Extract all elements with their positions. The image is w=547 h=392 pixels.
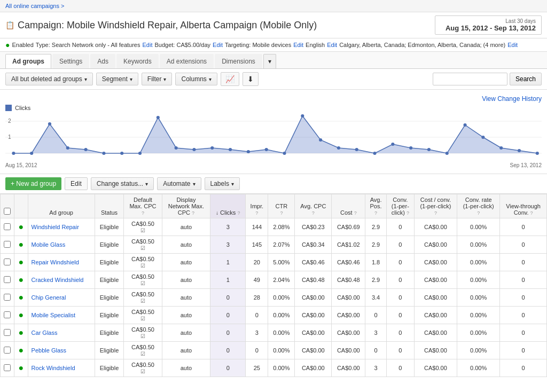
svg-point-24 <box>355 148 358 151</box>
search-input[interactable] <box>433 73 507 85</box>
row-clicks: 3 <box>210 218 246 236</box>
row-checkbox-cell[interactable] <box>1 218 14 236</box>
avg-pos-header[interactable]: Avg.Pos.? <box>365 194 387 218</box>
edit-button[interactable]: Edit <box>65 177 88 190</box>
ad-group-link[interactable]: Cracked Windshield <box>32 277 84 283</box>
row-checkbox-cell[interactable] <box>1 359 14 377</box>
chart-container: 2 1 <box>5 113 542 161</box>
chart-view-icon[interactable]: 📈 <box>221 72 239 86</box>
row-conv: 0 <box>386 307 414 324</box>
clicks-header[interactable]: ↓ Clicks ? <box>210 194 246 218</box>
view-through-header[interactable]: View-throughConv. ? <box>500 194 547 218</box>
row-checkbox-1[interactable] <box>4 241 11 248</box>
automate-button[interactable]: Automate <box>157 177 201 190</box>
ctr-header[interactable]: CTR? <box>268 194 295 218</box>
row-impr: 49 <box>246 271 268 289</box>
download-icon[interactable]: ⬇ <box>243 72 259 86</box>
svg-point-30 <box>463 123 466 127</box>
select-all-header[interactable] <box>1 194 14 218</box>
row-checkbox-3[interactable] <box>4 276 11 283</box>
row-checkbox-cell[interactable] <box>1 236 14 254</box>
row-avg-cpc: CA$0.34 <box>295 236 332 254</box>
view-history-link[interactable]: View Change History <box>482 95 542 103</box>
status-col-header[interactable]: Status <box>95 194 124 218</box>
conv-rate-header[interactable]: Conv. rate(1-per-click)? <box>457 194 500 218</box>
segment-button[interactable]: Segment <box>96 73 138 85</box>
row-checkbox-cell[interactable] <box>1 342 14 359</box>
ad-group-link[interactable]: Mobile Specialist <box>32 312 76 318</box>
labels-button[interactable]: Labels <box>205 177 240 190</box>
tab-ad-extensions[interactable]: Ad extensions <box>160 54 214 68</box>
search-button[interactable]: Search <box>510 73 542 85</box>
row-checkbox-cell[interactable] <box>1 254 14 271</box>
ad-group-link[interactable]: Rock Windshield <box>32 365 75 371</box>
tab-dimensions[interactable]: Dimensions <box>215 54 262 68</box>
row-default-cpc: CA$0.50☑ <box>124 324 162 342</box>
row-view-through: 0 <box>500 289 547 307</box>
date-range-dates: Aug 15, 2012 - Sep 13, 2012 <box>446 24 536 32</box>
status-header <box>14 194 28 218</box>
ad-group-link[interactable]: Chip General <box>32 294 66 301</box>
cost-header[interactable]: Cost ? <box>332 194 365 218</box>
row-checkbox-0[interactable] <box>4 223 11 230</box>
tab-more-button[interactable]: ▾ <box>263 54 276 68</box>
ad-group-link[interactable]: Car Glass <box>32 330 58 336</box>
row-conv: 0 <box>386 289 414 307</box>
row-display-cpc: auto <box>162 218 210 236</box>
ad-group-link[interactable]: Windshield Repair <box>32 224 79 230</box>
row-cost-conv: CA$0.00 <box>414 359 457 377</box>
row-checkbox-cell[interactable] <box>1 271 14 289</box>
row-avg-pos: 2.9 <box>365 271 387 289</box>
ad-group-link[interactable]: Pebble Glass <box>32 347 66 354</box>
all-campaigns-link[interactable]: All online campaigns > <box>5 3 64 9</box>
tab-settings[interactable]: Settings <box>52 54 89 68</box>
row-checkbox-8[interactable] <box>4 364 11 371</box>
ad-group-header[interactable]: Ad group <box>28 194 95 218</box>
ad-group-name-cell: Repair Windshield <box>28 254 95 271</box>
svg-point-13 <box>157 116 160 119</box>
svg-text:2: 2 <box>8 118 11 124</box>
new-ad-group-button[interactable]: + New ad group <box>5 177 61 190</box>
tab-ads[interactable]: Ads <box>90 54 115 68</box>
row-checkbox-cell[interactable] <box>1 289 14 307</box>
columns-button[interactable]: Columns <box>175 73 217 85</box>
default-cpc-header[interactable]: DefaultMax. CPC? <box>124 194 162 218</box>
row-checkbox-cell[interactable] <box>1 307 14 324</box>
row-checkbox-7[interactable] <box>4 347 11 354</box>
row-checkbox-2[interactable] <box>4 258 11 265</box>
clicks-legend-label: Clicks <box>15 105 30 111</box>
status-green-dot: ● <box>18 222 24 231</box>
row-checkbox-cell[interactable] <box>1 324 14 342</box>
svg-point-21 <box>301 114 304 117</box>
row-conv-rate: 0.00% <box>457 271 500 289</box>
tab-keywords[interactable]: Keywords <box>116 54 159 68</box>
date-range-selector[interactable]: Last 30 days Aug 15, 2012 - Sep 13, 2012 <box>435 15 542 35</box>
type-edit-link[interactable]: Edit <box>143 42 153 48</box>
targeting-edit-link[interactable]: Edit <box>293 42 303 48</box>
display-cpc-header[interactable]: DisplayNetwork Max.CPC ? <box>162 194 210 218</box>
impr-header[interactable]: Impr.? <box>246 194 268 218</box>
locations-edit-link[interactable]: Edit <box>507 42 518 48</box>
change-status-button[interactable]: Change status... <box>91 177 154 190</box>
row-checkbox-4[interactable] <box>4 294 11 301</box>
ad-group-link[interactable]: Mobile Glass <box>32 241 66 248</box>
row-view-through: 0 <box>500 342 547 359</box>
language-edit-link[interactable]: Edit <box>327 42 337 48</box>
budget-edit-link[interactable]: Edit <box>213 42 223 48</box>
table-row: ● Mobile Specialist Eligible CA$0.50☑ au… <box>1 307 547 324</box>
select-all-checkbox[interactable] <box>4 208 11 215</box>
clicks-chart: 2 1 <box>5 113 542 161</box>
row-avg-pos: 3.4 <box>365 289 387 307</box>
ad-group-link[interactable]: Repair Windshield <box>32 259 79 265</box>
filter-dropdown-button[interactable]: All but deleted ad groups <box>5 73 93 85</box>
row-checkbox-6[interactable] <box>4 329 11 336</box>
row-status-dot: ● <box>14 289 28 307</box>
row-cost: CA$0.69 <box>332 218 365 236</box>
row-checkbox-5[interactable] <box>4 311 11 318</box>
status-text: Enabled <box>12 42 33 48</box>
cost-conv-header[interactable]: Cost / conv.(1-per-click)? <box>414 194 457 218</box>
conv-header[interactable]: Conv.(1-per-click) ? <box>386 194 414 218</box>
avg-cpc-header[interactable]: Avg. CPC? <box>295 194 332 218</box>
tab-ad-groups[interactable]: Ad groups <box>5 54 51 68</box>
filter-button[interactable]: Filter <box>142 73 173 85</box>
